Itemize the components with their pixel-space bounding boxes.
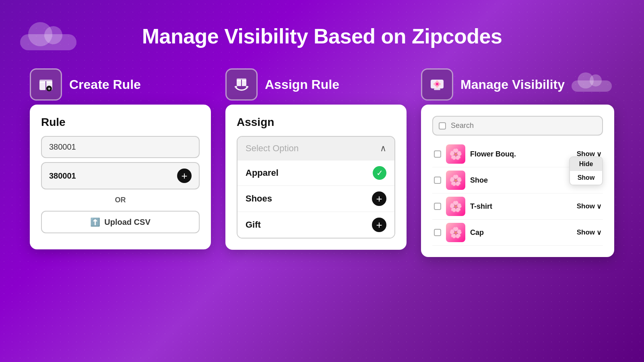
hide-show-popup-flower: Hide Show [569, 156, 603, 185]
svg-text:+: + [47, 86, 50, 92]
vis-item-name-flower: Flower Bouq. [470, 150, 572, 158]
assign-item-shoes[interactable]: Shoes + [237, 185, 394, 212]
search-input[interactable] [451, 121, 597, 130]
rule-existing-row: 380001 + [41, 162, 200, 189]
add-shoes-button[interactable]: + [372, 191, 386, 206]
assign-card-label: Assign [237, 116, 395, 129]
upload-csv-button[interactable]: ⬆️ Upload CSV [41, 211, 200, 233]
vis-item-name-cap: Cap [470, 228, 572, 237]
vis-checkbox-cap[interactable] [434, 229, 441, 236]
vis-item-cap: 🌸 Cap Show ∨ [432, 220, 603, 246]
assign-rule-header: Assign Rule [225, 68, 339, 101]
vis-item-tshirt: 🌸 T-shirt Show ∨ [432, 193, 603, 220]
manage-visibility-panel: Manage Visibility 🌸 Flower Bouq. Show ∨ … [421, 68, 614, 257]
vis-checkbox-shoe[interactable] [434, 177, 441, 184]
search-all-checkbox[interactable] [439, 122, 446, 130]
svg-point-11 [436, 80, 438, 83]
show-dropdown-cap[interactable]: Show ∨ [577, 228, 601, 237]
add-rule-button[interactable]: + [177, 169, 192, 183]
vis-item-name-tshirt: T-shirt [470, 202, 572, 211]
apparel-selected-icon: ✓ [373, 166, 386, 180]
assign-item-apparel[interactable]: Apparel ✓ [237, 160, 394, 185]
assign-dropdown[interactable]: Select Option ∧ Apparel ✓ Shoes + Gift + [237, 136, 395, 239]
create-rule-header: + Create Rule [30, 68, 141, 101]
flower-thumb-shoe: 🌸 [446, 171, 465, 190]
search-row [432, 116, 603, 136]
rule-existing-value: 380001 [49, 171, 76, 181]
create-rule-panel: + Create Rule Rule 380001 + OR ⬆️ Upload… [30, 68, 211, 249]
chevron-down-icon-cap: ∨ [597, 228, 601, 237]
select-placeholder: Select Option [246, 143, 299, 154]
svg-point-13 [436, 85, 438, 88]
flower-thumb-tshirt: 🌸 [446, 197, 465, 216]
vis-item-flower: 🌸 Flower Bouq. Show ∨ Hide Show [432, 141, 603, 167]
vis-checkbox-tshirt[interactable] [434, 203, 441, 210]
svg-point-12 [438, 83, 441, 85]
manage-visibility-card: 🌸 Flower Bouq. Show ∨ Hide Show 🌸 Shoe [421, 105, 614, 257]
hide-option-flower[interactable]: Hide [570, 157, 602, 171]
page-title: Manage Visibility Based on Zipcodes [0, 0, 644, 48]
svg-rect-9 [434, 88, 440, 90]
rule-card-label: Rule [41, 116, 200, 129]
show-dropdown-tshirt[interactable]: Show ∨ [577, 202, 601, 211]
vis-checkbox-flower[interactable] [434, 150, 441, 158]
vis-item-name-shoe: Shoe [470, 176, 572, 185]
assign-item-gift[interactable]: Gift + [237, 212, 394, 238]
chevron-up-icon: ∧ [380, 143, 386, 154]
create-rule-card: Rule 380001 + OR ⬆️ Upload CSV [30, 105, 211, 249]
or-divider: OR [41, 196, 200, 204]
create-rule-title: Create Rule [69, 77, 141, 92]
rule-input[interactable] [41, 136, 200, 158]
show-label-cap: Show [577, 228, 595, 237]
assign-rule-icon [225, 68, 258, 101]
assign-item-apparel-label: Apparel [246, 168, 279, 178]
svg-point-14 [433, 83, 436, 85]
select-dropdown-header[interactable]: Select Option ∧ [237, 137, 394, 160]
assign-rule-panel: Assign Rule Assign Select Option ∧ Appar… [225, 68, 407, 250]
assign-item-gift-label: Gift [246, 220, 261, 230]
manage-visibility-title: Manage Visibility [460, 77, 565, 92]
show-label-tshirt: Show [577, 202, 595, 210]
show-option-flower[interactable]: Show [570, 171, 602, 185]
flower-thumb-cap: 🌸 [446, 223, 465, 242]
chevron-down-icon-tshirt: ∨ [597, 202, 601, 211]
manage-visibility-icon [421, 68, 453, 101]
create-rule-icon: + [30, 68, 62, 101]
upload-label: Upload CSV [104, 218, 150, 227]
svg-point-15 [436, 83, 438, 85]
panels-row: + Create Rule Rule 380001 + OR ⬆️ Upload… [0, 68, 644, 257]
assign-rule-card: Assign Select Option ∧ Apparel ✓ Shoes + [225, 105, 407, 250]
flower-thumb-bouq: 🌸 [446, 144, 465, 164]
manage-visibility-header: Manage Visibility [421, 68, 565, 101]
assign-rule-title: Assign Rule [265, 77, 339, 92]
upload-icon: ⬆️ [90, 217, 100, 227]
add-gift-button[interactable]: + [372, 218, 386, 232]
assign-item-shoes-label: Shoes [246, 193, 272, 204]
